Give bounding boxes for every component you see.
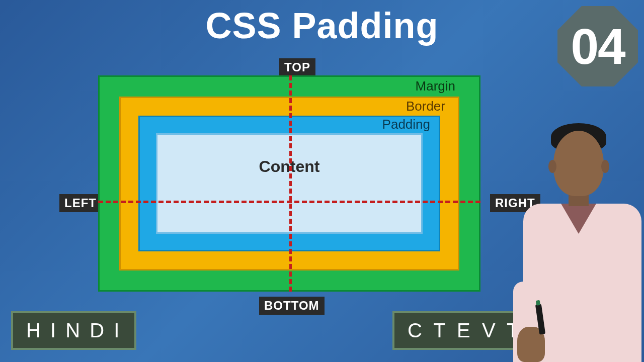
page-title: CSS Padding (205, 5, 438, 46)
direction-label-top: TOP (279, 58, 315, 76)
border-label: Border (406, 99, 445, 114)
presenter-head (553, 131, 604, 196)
language-badge: H I N D I (11, 311, 136, 350)
presenter-ear (601, 160, 609, 173)
presenter-arm (513, 282, 538, 362)
presenter-illustration (503, 116, 644, 362)
direction-label-left: LEFT (59, 194, 102, 212)
vertical-axis-line (289, 75, 292, 292)
direction-label-bottom: BOTTOM (259, 297, 325, 315)
margin-label: Margin (416, 78, 455, 94)
presenter-ear (548, 160, 556, 173)
episode-number-badge: 04 (557, 6, 638, 86)
box-model-diagram: Content Margin Border Padding (98, 75, 480, 292)
padding-label: Padding (382, 117, 430, 132)
